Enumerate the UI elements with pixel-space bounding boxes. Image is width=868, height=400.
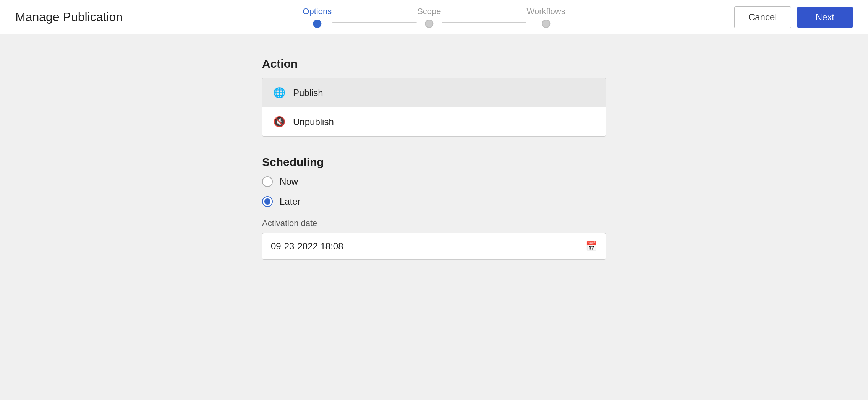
next-button[interactable]: Next (797, 7, 853, 28)
cancel-button[interactable]: Cancel (734, 6, 791, 28)
radio-later-outer (262, 196, 273, 207)
publish-icon: 🌐 (273, 87, 285, 99)
action-item-publish[interactable]: 🌐 Publish (262, 78, 606, 107)
radio-now-outer (262, 176, 273, 187)
activation-date-field: 📅 (262, 233, 606, 260)
step-line-2 (441, 22, 527, 23)
unpublish-label: Unpublish (293, 117, 334, 127)
step-scope: Scope (417, 7, 441, 28)
activation-date-input[interactable] (262, 233, 577, 259)
action-list: 🌐 Publish 🔇 Unpublish (262, 78, 606, 137)
step-workflows-label: Workflows (527, 7, 565, 16)
page-title: Manage Publication (15, 10, 123, 24)
content-area: Action 🌐 Publish 🔇 Unpublish Scheduling (262, 57, 606, 271)
radio-now-label: Now (280, 176, 298, 187)
radio-later[interactable]: Later (262, 196, 606, 207)
stepper: Options Scope Workflows (303, 7, 565, 28)
header: Manage Publication Options Scope Workflo… (0, 0, 868, 34)
main-content: Action 🌐 Publish 🔇 Unpublish Scheduling (0, 34, 868, 294)
scheduling-radio-group: Now Later (262, 176, 606, 207)
step-workflows-dot (542, 20, 550, 28)
radio-later-inner (264, 198, 270, 205)
publish-label: Publish (293, 88, 323, 98)
step-scope-label: Scope (417, 7, 441, 16)
action-item-unpublish[interactable]: 🔇 Unpublish (262, 107, 606, 136)
scheduling-title: Scheduling (262, 156, 606, 169)
radio-later-label: Later (280, 196, 301, 207)
step-options-label: Options (303, 7, 332, 16)
step-workflows: Workflows (527, 7, 565, 28)
scheduling-section: Scheduling Now Later Activation date (262, 156, 606, 260)
action-section: Action 🌐 Publish 🔇 Unpublish (262, 57, 606, 137)
header-actions: Cancel Next (734, 6, 853, 28)
calendar-button[interactable]: 📅 (577, 235, 606, 258)
activation-date-label: Activation date (262, 218, 606, 228)
action-section-title: Action (262, 57, 606, 70)
step-options: Options (303, 7, 332, 28)
step-scope-dot (425, 20, 433, 28)
unpublish-icon: 🔇 (273, 116, 285, 128)
step-options-dot (313, 20, 321, 28)
radio-now[interactable]: Now (262, 176, 606, 187)
calendar-icon: 📅 (586, 241, 597, 251)
step-line-1 (332, 22, 417, 23)
